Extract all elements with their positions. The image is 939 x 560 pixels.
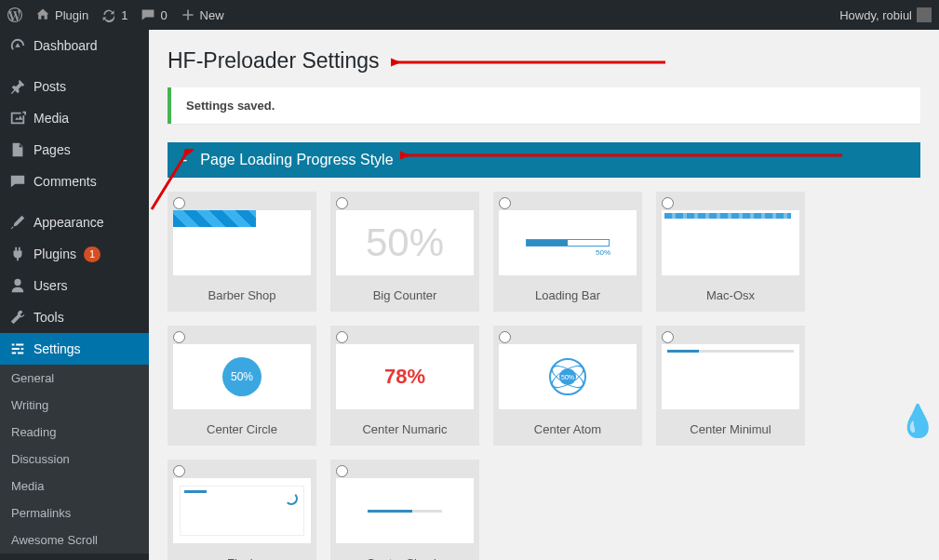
sliders-icon — [9, 340, 26, 357]
menu-pages[interactable]: Pages — [0, 134, 149, 166]
notice-text: Settings saved. — [186, 99, 275, 113]
plug-icon — [9, 246, 26, 262]
menu-posts[interactable]: Posts — [0, 71, 149, 102]
site-name: Plugin — [55, 8, 88, 22]
style-radio[interactable] — [173, 197, 185, 209]
menu-label: Plugins — [34, 247, 76, 261]
menu-comments[interactable]: Comments — [0, 166, 149, 197]
submenu-permalinks[interactable]: Permalinks — [0, 500, 149, 527]
style-label: Center Simple — [330, 549, 479, 560]
style-radio[interactable] — [336, 331, 348, 343]
brush-icon — [9, 214, 26, 231]
comments-link[interactable]: 0 — [141, 7, 167, 22]
wp-logo[interactable] — [7, 7, 22, 22]
menu-label: Dashboard — [34, 38, 98, 53]
style-option-atom[interactable]: 50%Center Atom — [493, 326, 642, 446]
style-label: Big Counter — [330, 281, 479, 312]
submenu-discussion[interactable]: Discussion — [0, 446, 149, 473]
menu-dashboard[interactable]: Dashboard — [0, 30, 149, 61]
style-radio[interactable] — [662, 331, 674, 343]
style-option-flash[interactable]: Flash — [168, 460, 316, 560]
new-content[interactable]: New — [181, 7, 224, 22]
style-option-lbar[interactable]: 50%Loading Bar — [493, 192, 642, 312]
submenu-media[interactable]: Media — [0, 473, 149, 500]
style-grid: Barber Shop50%Big Counter50%Loading BarM… — [168, 192, 920, 560]
main-content: HF-Preloader Settings Settings saved. - … — [149, 30, 939, 560]
updates-count: 1 — [121, 8, 127, 22]
menu-users[interactable]: Users — [0, 270, 149, 301]
style-preview — [662, 210, 799, 275]
menu-label: Settings — [34, 341, 81, 356]
style-radio[interactable] — [499, 197, 511, 209]
home-icon — [35, 7, 50, 22]
account-link[interactable]: Howdy, robiul — [839, 7, 932, 22]
accordion-toggle: - — [182, 152, 187, 168]
comment-icon — [9, 173, 26, 190]
style-preview — [662, 344, 799, 409]
avatar — [917, 7, 932, 22]
wordpress-icon — [7, 7, 22, 22]
water-drop-icon: 💧 — [898, 402, 937, 439]
updates-link[interactable]: 1 — [101, 7, 127, 22]
menu-label: Comments — [34, 174, 97, 189]
menu-plugins[interactable]: Plugins1 — [0, 238, 149, 270]
submenu-general[interactable]: General — [0, 365, 149, 392]
style-preview: 50% — [499, 210, 637, 275]
style-radio[interactable] — [336, 197, 348, 209]
style-option-bigcount[interactable]: 50%Big Counter — [330, 192, 479, 312]
style-option-barber[interactable]: Barber Shop — [168, 192, 316, 312]
style-radio[interactable] — [173, 465, 185, 477]
style-preview: 78% — [336, 344, 474, 409]
style-option-macosx[interactable]: Mac-Osx — [656, 192, 805, 312]
style-label: Mac-Osx — [656, 281, 805, 312]
user-icon — [9, 277, 26, 294]
menu-label: Media — [34, 111, 69, 126]
admin-toolbar: Plugin 1 0 New Howdy, robiul — [0, 0, 939, 30]
menu-label: Tools — [34, 310, 64, 325]
style-radio[interactable] — [173, 331, 185, 343]
pages-icon — [9, 141, 26, 158]
refresh-icon — [101, 7, 116, 22]
comments-count: 0 — [160, 8, 167, 22]
new-label: New — [200, 8, 224, 22]
style-label: Barber Shop — [168, 281, 316, 312]
style-label: Center Atom — [493, 415, 642, 446]
media-icon — [9, 110, 26, 127]
style-label: Flash — [168, 549, 316, 560]
settings-submenu: General Writing Reading Discussion Media… — [0, 365, 149, 553]
menu-tools[interactable]: Tools — [0, 301, 149, 333]
style-label: Center Circle — [168, 415, 316, 446]
style-option-numaric[interactable]: 78%Center Numaric — [330, 326, 479, 446]
submenu-awesome-scroll[interactable]: Awesome Scroll — [0, 527, 149, 553]
menu-settings[interactable]: Settings — [0, 333, 149, 365]
style-radio[interactable] — [336, 465, 348, 477]
style-option-minimul[interactable]: Center Minimul — [656, 326, 805, 446]
pin-icon — [9, 78, 26, 95]
style-radio[interactable] — [499, 331, 511, 343]
menu-media[interactable]: Media — [0, 102, 149, 134]
style-option-circle[interactable]: 50%Center Circle — [168, 326, 316, 446]
style-preview — [173, 478, 311, 543]
style-radio[interactable] — [662, 197, 674, 209]
menu-appearance[interactable]: Appearance — [0, 207, 149, 238]
submenu-writing[interactable]: Writing — [0, 392, 149, 419]
site-link[interactable]: Plugin — [35, 7, 88, 22]
style-label: Loading Bar — [493, 281, 642, 312]
menu-label: Appearance — [34, 215, 104, 230]
submenu-reading[interactable]: Reading — [0, 419, 149, 446]
accordion-title: Page Loading Progress Style — [200, 152, 393, 168]
style-preview: 50% — [499, 344, 637, 409]
style-label: Center Minimul — [656, 415, 805, 446]
style-preview — [173, 210, 311, 275]
comment-icon — [141, 7, 155, 22]
style-preview — [336, 478, 474, 543]
style-preview: 50% — [173, 344, 311, 409]
admin-sidebar: Dashboard Posts Media Pages Comments App… — [0, 30, 149, 560]
settings-saved-notice: Settings saved. — [168, 87, 920, 124]
accordion-progress-style[interactable]: - Page Loading Progress Style — [168, 142, 920, 178]
update-badge: 1 — [84, 247, 101, 262]
menu-label: Pages — [34, 142, 71, 157]
style-option-csimple[interactable]: Center Simple — [330, 460, 479, 560]
greeting-text: Howdy, robiul — [839, 8, 912, 22]
wrench-icon — [9, 309, 26, 326]
